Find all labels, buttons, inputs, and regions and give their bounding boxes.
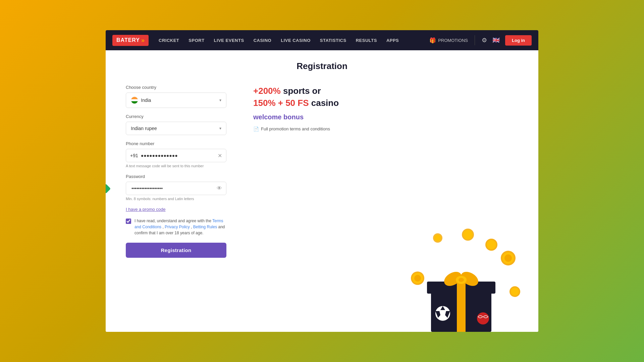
password-row: ➜ 👁 <box>126 182 226 195</box>
phone-hint: A text message code will be sent to this… <box>126 164 226 168</box>
bonus-panel: +200% sports or 150% + 50 FS casino welc… <box>240 78 525 332</box>
svg-point-7 <box>504 254 512 262</box>
privacy-link[interactable]: Privacy Policy <box>165 225 190 229</box>
logo-box[interactable]: BATERY » <box>112 35 149 46</box>
bonus-subtitle: welcome bonus <box>253 113 518 121</box>
phone-input[interactable] <box>140 149 218 162</box>
country-field-group: Choose country India ▾ India <box>126 85 226 108</box>
divider <box>475 35 475 45</box>
nav-links: CRICKET SPORT LIVE EVENTS CASINO LIVE CA… <box>159 38 429 43</box>
svg-point-11 <box>434 235 441 241</box>
flag-icon[interactable]: 🇬🇧 <box>492 37 500 44</box>
currency-field-group: Currency Indian rupee ▾ Indian rupee <box>126 114 226 135</box>
logo-area: BATERY » <box>112 35 149 46</box>
password-wrap: 👁 <box>126 182 226 195</box>
svg-point-23 <box>477 312 489 324</box>
promo-terms-link[interactable]: 📄 Full promotion terms and conditions <box>253 126 518 132</box>
nav-cricket[interactable]: CRICKET <box>159 38 179 43</box>
nav-right: 🎁 PROMOTIONS ⚙ 🇬🇧 Log in <box>429 35 532 46</box>
login-button[interactable]: Log in <box>505 35 532 46</box>
logo-text: BATERY <box>116 37 140 43</box>
bonus-sports-text: sports or <box>283 86 321 96</box>
page-title: Registration <box>106 50 538 78</box>
svg-point-13 <box>463 230 473 239</box>
password-hint: Min. 8 symbols: numbers and Latin letter… <box>126 197 226 201</box>
password-field-group: Password ➜ 👁 Min. 8 symbols: numbers and… <box>126 174 226 201</box>
logo-arrow-icon: » <box>141 37 145 44</box>
currency-label: Currency <box>126 114 226 119</box>
phone-prefix: +91 <box>130 153 138 158</box>
promotions-label: PROMOTIONS <box>438 38 468 43</box>
terms-text-before: I have read, understand and agree with t… <box>135 219 212 223</box>
promo-terms-text: Full promotion terms and conditions <box>261 126 330 131</box>
phone-label: Phone number <box>126 141 226 146</box>
nav-casino[interactable]: CASINO <box>254 38 272 43</box>
doc-icon: 📄 <box>253 126 259 132</box>
nav-live-casino[interactable]: LIVE CASINO <box>281 38 311 43</box>
svg-rect-15 <box>457 292 466 332</box>
content-area: Registration Choose country India ▾ Indi… <box>106 50 538 332</box>
promotions-button[interactable]: 🎁 PROMOTIONS <box>429 37 468 44</box>
nav-statistics[interactable]: STATISTICS <box>320 38 346 43</box>
form-area: Choose country India ▾ India Curr <box>106 78 538 332</box>
phone-input-wrap: +91 ✕ <box>126 149 226 162</box>
bonus-casino-text: casino <box>311 98 339 108</box>
nav-sport[interactable]: SPORT <box>189 38 204 43</box>
gift-svg <box>404 225 525 332</box>
currency-select[interactable]: Indian rupee ▾ Indian rupee <box>126 122 226 135</box>
gift-icon: 🎁 <box>429 37 436 44</box>
terms-text-mid2: , <box>191 225 193 229</box>
svg-point-2 <box>414 275 421 282</box>
main-container: BATERY » CRICKET SPORT LIVE EVENTS CASIN… <box>106 30 538 332</box>
bonus-200-text: +200% <box>253 86 281 96</box>
nav-results[interactable]: RESULTS <box>356 38 377 43</box>
country-select[interactable]: India ▾ India <box>126 93 226 108</box>
nav-apps[interactable]: APPS <box>386 38 399 43</box>
svg-point-4 <box>487 240 496 249</box>
green-arrow-icon: ➜ <box>106 179 111 198</box>
terms-checkbox[interactable] <box>126 219 131 224</box>
clear-icon[interactable]: ✕ <box>218 153 222 159</box>
register-button[interactable]: Registration <box>126 243 226 258</box>
terms-checkbox-area: I have read, understand and agree with t… <box>126 218 226 236</box>
svg-point-9 <box>511 288 519 296</box>
bonus-title: +200% sports or 150% + 50 FS casino <box>253 85 518 109</box>
password-label: Password <box>126 174 226 179</box>
settings-icon[interactable]: ⚙ <box>482 37 487 44</box>
bonus-150-text: 150% + 50 FS <box>253 98 309 108</box>
password-input[interactable] <box>130 182 217 195</box>
svg-point-21 <box>459 278 464 282</box>
promo-code-link[interactable]: I have a promo code <box>126 207 226 212</box>
nav-live-events[interactable]: LIVE EVENTS <box>214 38 244 43</box>
country-label: Choose country <box>126 85 226 90</box>
navbar: BATERY » CRICKET SPORT LIVE EVENTS CASIN… <box>106 30 538 50</box>
betting-rules-link[interactable]: Betting Rules <box>193 225 217 229</box>
eye-icon[interactable]: 👁 <box>217 185 222 191</box>
form-panel: Choose country India ▾ India Curr <box>119 78 240 332</box>
gift-illustration <box>404 225 525 332</box>
terms-text: I have read, understand and agree with t… <box>135 218 226 236</box>
phone-field-group: Phone number +91 ✕ A text message code w… <box>126 141 226 168</box>
